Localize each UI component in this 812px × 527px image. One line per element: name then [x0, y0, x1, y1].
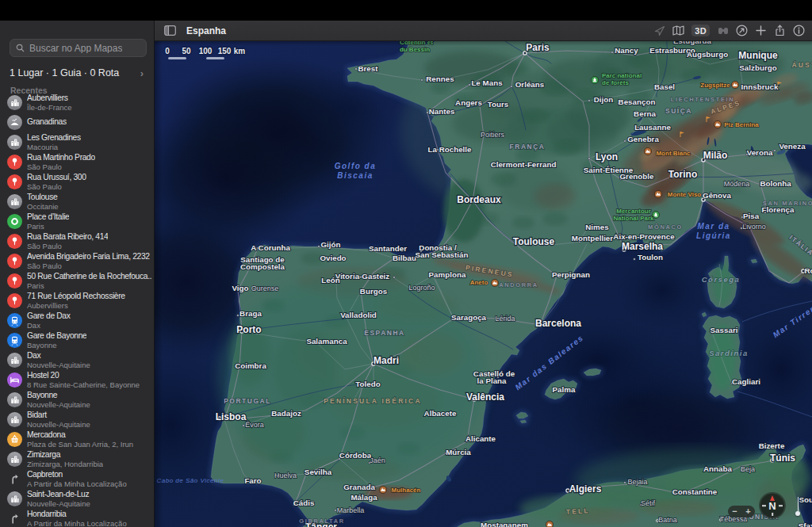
- search-input[interactable]: Buscar no App Mapas: [10, 39, 147, 57]
- map-label: Perpignan: [552, 270, 590, 279]
- route-icon: [7, 472, 22, 487]
- map-label: Innsbruck: [741, 82, 779, 91]
- map-label: Ligúria: [696, 231, 731, 240]
- map-label: Túnis: [770, 453, 795, 464]
- recent-item-subtitle: São Paulo: [27, 242, 108, 251]
- map-label: Sétif: [641, 499, 656, 507]
- map-label: Annaba: [703, 464, 732, 473]
- recent-item[interactable]: Rua Urussuí, 300São Paulo: [7, 172, 151, 192]
- map-scale-bar: 050100150km: [165, 47, 260, 64]
- mountain-badge: [714, 120, 721, 128]
- recent-item[interactable]: DaxNouvelle-Aquitaine: [7, 350, 151, 370]
- map-canvas[interactable]: ParisMadriLisboaBarcelonaMarselhaMilãoTú…: [155, 21, 812, 527]
- recent-item-subtitle: Nouvelle-Aquitaine: [27, 361, 90, 370]
- recent-item[interactable]: BidartNouvelle-Aquitaine: [7, 410, 151, 430]
- pin-icon: [7, 293, 22, 308]
- recent-item[interactable]: Gare de DaxDax: [7, 311, 151, 330]
- recent-item[interactable]: ZimizargaZimizarga, Hondarribia: [7, 449, 151, 469]
- info-icon[interactable]: [793, 25, 805, 36]
- map-label: SUÍÇA: [665, 107, 692, 115]
- recent-item-subtitle: Île-de-France: [27, 104, 72, 113]
- recent-item[interactable]: CapbretonA Partir da Minha Localização: [7, 469, 151, 489]
- library-summary-text: 1 Lugar · 1 Guia · 0 Rota: [10, 67, 119, 78]
- recent-item[interactable]: MercadonaPlaza de San Juan Arria, 2, Iru…: [7, 430, 151, 449]
- add-pin-icon[interactable]: [755, 25, 767, 36]
- lookaround-icon[interactable]: [717, 25, 729, 36]
- map-label: Bejaia: [627, 478, 647, 486]
- city-dot: [624, 140, 626, 143]
- map-label: Salzburgo: [739, 63, 776, 72]
- location-arrow-icon[interactable]: [653, 25, 665, 36]
- recent-item[interactable]: Les GrenadinesMacouria: [7, 132, 151, 152]
- recent-item[interactable]: Rua Barata Ribeiro, 414São Paulo: [7, 231, 151, 251]
- compass-south-tick: [772, 513, 773, 516]
- share-icon[interactable]: [774, 25, 786, 36]
- bed-icon: [7, 372, 22, 388]
- recent-item[interactable]: HondarribiaA Partir da Minha Localização: [7, 509, 151, 527]
- map-label: Piz Bernina: [724, 121, 759, 128]
- map-label: Oviedo: [320, 254, 346, 262]
- map-label: Batna: [658, 516, 677, 524]
- map-label: Clermont-Ferrand: [491, 160, 557, 169]
- map-label: Barcelona: [535, 318, 581, 329]
- map-label: SAN MARINO: [763, 200, 812, 207]
- recent-item[interactable]: ToulouseOccitanie: [7, 192, 151, 212]
- recent-item-title: Granadinas: [27, 117, 67, 128]
- city-dot: [421, 79, 423, 82]
- map-label: Angers: [455, 98, 482, 107]
- zoom-out-button[interactable]: −: [732, 507, 737, 516]
- recent-item-title: Hostel 20: [27, 371, 140, 381]
- mountain-badge: [491, 279, 498, 286]
- recent-item-title: Gare de Dax: [27, 311, 71, 322]
- map-label: Valência: [466, 391, 504, 403]
- view-3d-button[interactable]: 3D: [691, 25, 710, 36]
- map-label: Golfo da: [335, 162, 377, 170]
- zoom-in-button[interactable]: +: [745, 507, 750, 516]
- route-icon: [7, 511, 22, 526]
- zoom-control[interactable]: − +: [728, 506, 755, 517]
- sidebar-toggle-icon[interactable]: [164, 25, 176, 36]
- compass-control[interactable]: N: [760, 493, 785, 518]
- recent-item[interactable]: 71 Rue Léopold RechossièreAubervilliers: [7, 291, 151, 311]
- recent-item[interactable]: AubervilliersÎle-de-France: [7, 93, 151, 113]
- recent-item-title: Place d’Italie: [27, 212, 69, 223]
- map-label: Bolonha: [760, 179, 791, 188]
- map-label: Mont Blanc: [656, 150, 691, 157]
- map-label: Le Mans: [471, 78, 503, 87]
- map-label: Palma: [553, 385, 576, 394]
- recent-item-title: Bayonne: [27, 391, 90, 401]
- map-label: Marbella: [337, 506, 365, 514]
- map-label: Cabo de São Vicente: [157, 477, 224, 484]
- tilt-slider-knob[interactable]: [795, 511, 800, 516]
- map-label: Constantine: [672, 487, 718, 496]
- recent-item[interactable]: Saint-Jean-de-LuzNouvelle-Aquitaine: [7, 489, 151, 509]
- scale-tick: 100: [199, 47, 213, 55]
- scale-bar-segment: [206, 57, 224, 59]
- recent-item[interactable]: Hostel 208 Rue Sainte-Catherine, Bayonne: [7, 370, 151, 390]
- recent-item[interactable]: Avenida Brigadeiro Faria Lima, 2232São P…: [7, 251, 151, 271]
- map-label: Cádis: [293, 498, 315, 507]
- recent-item-subtitle: Aubervilliers: [27, 302, 125, 311]
- recent-item[interactable]: Rua Martinho PradoSão Paulo: [7, 152, 151, 172]
- recent-item-subtitle: Macouria: [27, 143, 81, 152]
- apple-maps-window: Buscar no App Mapas 1 Lugar · 1 Guia · 0…: [0, 0, 812, 527]
- map-label: Gênova: [703, 191, 731, 200]
- tilt-slider[interactable]: [796, 497, 799, 517]
- city-dot: [469, 84, 471, 86]
- directions-icon[interactable]: [736, 25, 748, 36]
- map-label: Basel: [654, 82, 675, 91]
- recent-item[interactable]: Gare de BayonneBayonne: [7, 330, 151, 350]
- map-label: Módena: [724, 180, 750, 188]
- map-label: Algiers: [569, 483, 602, 495]
- mountain-badge: [654, 190, 661, 197]
- recent-item[interactable]: BayonneNouvelle-Aquitaine: [7, 390, 151, 410]
- recent-item-title: Dax: [27, 351, 90, 361]
- recent-item[interactable]: Granadinas: [7, 113, 151, 132]
- recent-item[interactable]: 50 Rue Catherine de la Rochefouca...Pari…: [7, 271, 151, 291]
- map-label: Vitoria-Gasteiz: [335, 272, 390, 281]
- map-label: Braga: [239, 309, 262, 318]
- library-summary-row[interactable]: 1 Lugar · 1 Guia · 0 Rota ›: [10, 65, 148, 81]
- map-label: Orléans: [515, 80, 545, 89]
- recent-item[interactable]: Place d’ItalieParis: [7, 212, 151, 231]
- map-mode-icon[interactable]: [672, 25, 684, 36]
